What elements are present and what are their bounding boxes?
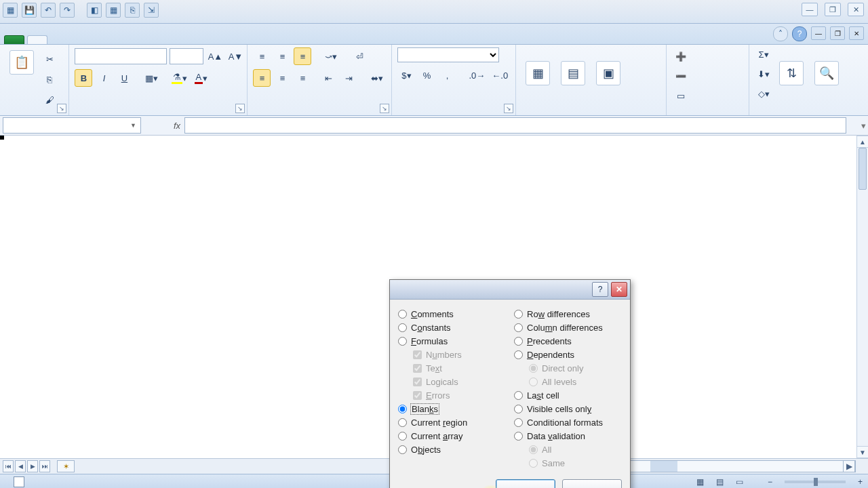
vertical-scrollbar[interactable]: ▲ ▼ bbox=[856, 136, 868, 458]
sheet-nav-prev-icon[interactable]: ◀ bbox=[15, 460, 26, 472]
font-name-input[interactable] bbox=[75, 48, 167, 64]
cells-delete-button[interactable]: ➖ bbox=[672, 67, 743, 85]
radio-comments[interactable]: Comments bbox=[398, 309, 506, 319]
dialog-help-button[interactable]: ? bbox=[592, 282, 608, 297]
radio-row-differences[interactable]: Row differences bbox=[514, 309, 622, 319]
radio-last-cell[interactable]: Last cell bbox=[514, 390, 622, 401]
increase-decimal-icon[interactable]: .0→ bbox=[467, 66, 487, 84]
radio-blanks[interactable]: Blanks bbox=[398, 404, 506, 414]
tab-file[interactable] bbox=[4, 35, 24, 44]
radio-dependents[interactable]: Dependents bbox=[514, 350, 622, 360]
paste-button[interactable]: 📋 bbox=[5, 47, 38, 79]
qat-button-2[interactable]: ▦ bbox=[106, 3, 121, 18]
formula-input[interactable] bbox=[184, 117, 846, 134]
restore-button[interactable]: ❐ bbox=[825, 3, 841, 16]
font-size-input[interactable] bbox=[170, 48, 203, 64]
align-middle-icon[interactable]: ≡ bbox=[273, 47, 291, 65]
tab-home[interactable] bbox=[27, 35, 47, 44]
cells-format-button[interactable]: ▭ bbox=[672, 87, 743, 104]
find-select-button[interactable]: 🔍 bbox=[810, 58, 843, 89]
borders-button[interactable]: ▦▾ bbox=[142, 69, 160, 87]
align-right-icon[interactable]: ≡ bbox=[294, 69, 311, 87]
italic-button[interactable]: I bbox=[95, 69, 113, 87]
currency-icon[interactable]: $▾ bbox=[397, 66, 415, 84]
close-button[interactable]: ✕ bbox=[848, 3, 864, 16]
sheet-nav-last-icon[interactable]: ⏭ bbox=[39, 460, 50, 472]
autosum-icon[interactable]: Σ▾ bbox=[755, 45, 772, 63]
qat-button-4[interactable]: ⇲ bbox=[144, 3, 159, 18]
macro-record-icon[interactable] bbox=[14, 476, 24, 487]
view-page-break-icon[interactable]: ▭ bbox=[736, 477, 743, 487]
align-bottom-icon[interactable]: ≡ bbox=[294, 47, 311, 65]
comma-icon[interactable]: , bbox=[438, 66, 456, 84]
vertical-scroll-thumb[interactable] bbox=[859, 148, 867, 190]
clipboard-dialog-launcher[interactable]: ↘ bbox=[57, 104, 66, 113]
minimize-ribbon-icon[interactable]: ˄ bbox=[773, 26, 788, 41]
zoom-out-icon[interactable]: − bbox=[768, 477, 772, 487]
align-center-icon[interactable]: ≡ bbox=[273, 69, 291, 87]
increase-indent-icon[interactable]: ⇥ bbox=[340, 69, 357, 87]
bold-button[interactable]: B bbox=[75, 69, 92, 87]
qat-button-1[interactable]: ◧ bbox=[87, 3, 102, 18]
decrease-decimal-icon[interactable]: ←.0 bbox=[490, 66, 510, 84]
radio-conditional-formats[interactable]: Conditional formats bbox=[514, 418, 622, 428]
clear-icon[interactable]: ◇▾ bbox=[755, 85, 772, 102]
number-format-select[interactable] bbox=[397, 47, 499, 62]
radio-current-array[interactable]: Current array bbox=[398, 431, 506, 441]
radio-constants[interactable]: Constants bbox=[398, 323, 506, 333]
help-icon[interactable]: ? bbox=[792, 26, 807, 41]
decrease-font-icon[interactable]: A▼ bbox=[226, 47, 244, 65]
excel-icon[interactable]: ▦ bbox=[3, 3, 18, 18]
fill-handle[interactable] bbox=[0, 136, 4, 140]
view-normal-icon[interactable]: ▦ bbox=[696, 477, 704, 487]
cell-styles-button[interactable]: ▣ bbox=[592, 58, 625, 89]
copy-icon[interactable]: ⎘ bbox=[41, 70, 58, 88]
tab-data[interactable] bbox=[119, 35, 140, 44]
zoom-slider[interactable] bbox=[785, 481, 846, 483]
percent-icon[interactable]: % bbox=[418, 66, 435, 84]
scroll-down-icon[interactable]: ▼ bbox=[857, 446, 868, 458]
zoom-in-icon[interactable]: + bbox=[858, 477, 863, 487]
tab-page-layout[interactable] bbox=[73, 35, 94, 44]
decrease-indent-icon[interactable]: ⇤ bbox=[319, 69, 337, 87]
align-top-icon[interactable]: ≡ bbox=[253, 47, 271, 65]
number-dialog-launcher[interactable]: ↘ bbox=[504, 104, 513, 113]
radio-visible-cells[interactable]: Visible cells only bbox=[514, 404, 622, 414]
radio-column-differences[interactable]: Column differences bbox=[514, 323, 622, 333]
wb-restore-icon[interactable]: ❐ bbox=[830, 26, 845, 40]
merge-center-icon[interactable]: ⬌▾ bbox=[368, 69, 386, 87]
spreadsheet-grid[interactable]: ▲ ▼ ? ✕ Comments Constants Formulas Numb… bbox=[0, 136, 868, 458]
qat-button-3[interactable]: ⎘ bbox=[125, 3, 140, 18]
ok-button[interactable] bbox=[496, 479, 555, 488]
wrap-text-icon[interactable]: ⏎ bbox=[351, 47, 368, 65]
format-as-table-button[interactable]: ▤ bbox=[557, 58, 589, 89]
horizontal-scroll-thumb[interactable] bbox=[650, 461, 677, 472]
tab-formulas[interactable] bbox=[96, 35, 117, 44]
radio-precedents[interactable]: Precedents bbox=[514, 336, 622, 346]
view-page-layout-icon[interactable]: ▤ bbox=[716, 477, 724, 487]
save-icon[interactable]: 💾 bbox=[22, 3, 37, 18]
increase-font-icon[interactable]: A▲ bbox=[206, 47, 224, 65]
cut-icon[interactable]: ✂ bbox=[41, 50, 58, 68]
sheet-nav-first-icon[interactable]: ⏮ bbox=[3, 460, 14, 472]
new-sheet-button[interactable]: ✶ bbox=[57, 460, 75, 472]
cells-insert-button[interactable]: ➕ bbox=[672, 47, 743, 65]
tab-add-ins[interactable] bbox=[212, 35, 232, 44]
scroll-right-icon[interactable]: ▶ bbox=[843, 461, 855, 472]
scroll-up-icon[interactable]: ▲ bbox=[857, 136, 868, 148]
tab-quickbooks[interactable] bbox=[258, 35, 278, 44]
formula-bar-expand-icon[interactable]: ▾ bbox=[859, 121, 868, 131]
radio-objects[interactable]: Objects bbox=[398, 445, 506, 455]
tab-developer[interactable] bbox=[189, 35, 209, 44]
tab-insert[interactable] bbox=[50, 35, 71, 44]
undo-icon[interactable]: ↶ bbox=[41, 3, 56, 18]
fill-color-button[interactable]: ⚗▾ bbox=[170, 69, 189, 87]
radio-formulas[interactable]: Formulas bbox=[398, 336, 506, 346]
redo-icon[interactable]: ↷ bbox=[60, 3, 75, 18]
tab-review[interactable] bbox=[142, 35, 163, 44]
radio-current-region[interactable]: Current region bbox=[398, 418, 506, 428]
wb-close-icon[interactable]: ✕ bbox=[849, 26, 864, 40]
tab-view[interactable] bbox=[165, 35, 186, 44]
radio-data-validation[interactable]: Data validation bbox=[514, 431, 622, 441]
dialog-close-button[interactable]: ✕ bbox=[611, 282, 627, 297]
